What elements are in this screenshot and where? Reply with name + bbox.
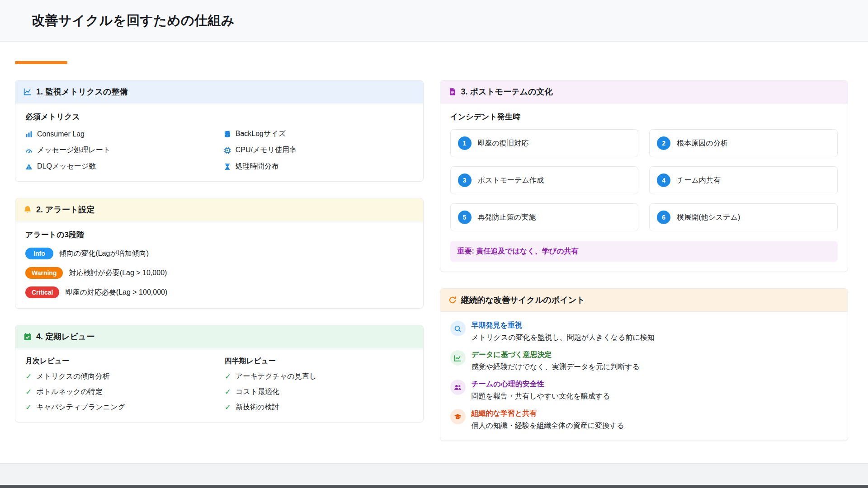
info-badge: Info	[25, 248, 53, 259]
calendar-check-icon	[24, 333, 32, 341]
step-item: 2 根本原因の分析	[649, 129, 838, 157]
right-column: 3. ポストモーテムの文化 インシデント発生時 1 即座の復旧対応 2 根本原因…	[440, 80, 849, 441]
metric-label: メッセージ処理レート	[37, 145, 110, 155]
metrics-card: 1. 監視メトリクスの整備 必須メトリクス Consumer Lag	[15, 80, 424, 182]
cpu-icon	[224, 147, 231, 154]
step-label: ポストモーテム作成	[478, 176, 544, 185]
cycle-point-desc: メトリクスの変化を監視し、問題が大きくなる前に検知	[472, 333, 655, 343]
card-title: 継続的な改善サイクルのポイント	[461, 295, 585, 305]
step-number: 6	[657, 211, 670, 224]
metric-label: Consumer Lag	[37, 130, 85, 138]
metric-label: DLQメッセージ数	[37, 162, 96, 171]
step-item: 4 チーム内共有	[649, 166, 838, 194]
quarterly-review-column: 四半期レビュー ✓ アーキテクチャの見直し ✓ コスト最適化	[225, 357, 413, 412]
speedometer-icon	[25, 147, 33, 154]
review-card-header: 4. 定期レビュー	[15, 325, 423, 348]
step-number: 1	[458, 136, 472, 150]
metric-label: BackLogサイズ	[236, 129, 286, 139]
cycle-points-card: 継続的な改善サイクルのポイント 早期発見を重視 メトリクスの変化を監視し、問題が…	[440, 288, 849, 441]
steps-grid: 1 即座の復旧対応 2 根本原因の分析 3 ポストモーテム作成	[450, 129, 838, 231]
review-item-label: ボトルネックの特定	[36, 387, 103, 397]
cycle-point-desc: 感覚や経験だけでなく、実測データを元に判断する	[472, 362, 640, 372]
card-title: 3. ポストモーテムの文化	[461, 86, 553, 97]
trend-chart-icon	[450, 350, 466, 366]
review-item-label: キャパシティプランニング	[36, 403, 125, 412]
cycle-point-text: 早期発見を重視 メトリクスの変化を監視し、問題が大きくなる前に検知	[472, 321, 655, 343]
step-item: 5 再発防止策の実施	[450, 203, 639, 231]
review-item: ✓ コスト最適化	[225, 387, 413, 397]
metrics-card-header: 1. 監視メトリクスの整備	[15, 80, 423, 103]
card-title: 1. 監視メトリクスの整備	[36, 86, 128, 97]
cycle-point: データに基づく意思決定 感覚や経験だけでなく、実測データを元に判断する	[450, 350, 838, 372]
review-item-label: 新技術の検討	[236, 403, 279, 412]
step-item: 6 横展開(他システム)	[649, 203, 838, 231]
search-icon	[450, 321, 466, 336]
cycle-point-desc: 問題を報告・共有しやすい文化を醸成する	[472, 392, 610, 401]
step-number: 4	[657, 174, 670, 187]
page-title: 改善サイクルを回すための仕組み	[32, 12, 235, 30]
bar-chart-icon	[25, 131, 33, 138]
check-icon: ✓	[225, 403, 231, 412]
review-item: ✓ 新技術の検討	[225, 403, 413, 412]
card-title: 2. アラート設定	[36, 204, 94, 215]
metric-item: メッセージ処理レート	[25, 145, 215, 155]
document-icon	[448, 88, 457, 96]
step-item: 3 ポストモーテム作成	[450, 166, 639, 194]
postmortem-note: 重要: 責任追及ではなく、学びの共有	[450, 241, 838, 262]
check-icon: ✓	[225, 387, 231, 397]
cycle-point-text: 組織的な学習と共有 個人の知識・経験を組織全体の資産に変換する	[472, 409, 624, 431]
metric-label: 処理時間分布	[236, 162, 279, 171]
cycle-point-title: チームの心理的安全性	[472, 380, 610, 389]
postmortem-card-header: 3. ポストモーテムの文化	[440, 80, 848, 103]
metric-item: Consumer Lag	[25, 129, 215, 139]
metrics-subtitle: 必須メトリクス	[25, 112, 413, 122]
step-label: 横展開(他システム)	[677, 213, 740, 222]
graduation-cap-icon	[450, 409, 466, 424]
warning-triangle-icon	[25, 163, 33, 170]
alert-text: 傾向の変化(Lagが増加傾向)	[59, 249, 149, 258]
step-number: 3	[458, 174, 472, 187]
monthly-review-column: 月次レビュー ✓ メトリクスの傾向分析 ✓ ボトルネックの特定	[25, 357, 214, 412]
hourglass-icon	[224, 163, 231, 170]
cycle-point-text: チームの心理的安全性 問題を報告・共有しやすい文化を醸成する	[472, 380, 610, 401]
cycle-card-header: 継続的な改善サイクルのポイント	[440, 289, 848, 312]
bell-icon	[24, 206, 32, 214]
critical-badge: Critical	[25, 286, 59, 298]
review-item: ✓ キャパシティプランニング	[25, 403, 214, 412]
metric-label: CPU/メモリ使用率	[236, 145, 297, 155]
step-label: 根本原因の分析	[677, 139, 727, 148]
cycle-point-title: データに基づく意思決定	[472, 350, 640, 360]
accent-bar	[15, 61, 67, 64]
page-footer	[0, 463, 868, 485]
cycle-point: チームの心理的安全性 問題を報告・共有しやすい文化を醸成する	[450, 380, 838, 401]
cycle-point-text: データに基づく意思決定 感覚や経験だけでなく、実測データを元に判断する	[472, 350, 640, 372]
review-grid: 月次レビュー ✓ メトリクスの傾向分析 ✓ ボトルネックの特定	[25, 357, 413, 412]
alerts-card-header: 2. アラート設定	[15, 198, 423, 221]
metric-grid: Consumer Lag BackLogサイズ	[25, 129, 413, 171]
metric-item: DLQメッセージ数	[25, 162, 215, 171]
metric-item: CPU/メモリ使用率	[224, 145, 413, 155]
alert-level-row: Critical 即座の対応必要(Lag > 100,000)	[25, 286, 413, 298]
alert-text: 即座の対応必要(Lag > 100,000)	[65, 288, 167, 297]
step-label: 即座の復旧対応	[478, 139, 528, 148]
card-title: 4. 定期レビュー	[36, 331, 94, 342]
review-card: 4. 定期レビュー 月次レビュー ✓ メトリクスの傾向分析	[15, 325, 424, 422]
metric-item: 処理時間分布	[224, 162, 413, 171]
postmortem-card: 3. ポストモーテムの文化 インシデント発生時 1 即座の復旧対応 2 根本原因…	[440, 80, 849, 272]
warning-badge: Warning	[25, 267, 63, 279]
left-column: 1. 監視メトリクスの整備 必須メトリクス Consumer Lag	[15, 80, 424, 422]
monthly-review-title: 月次レビュー	[25, 357, 214, 366]
check-icon: ✓	[25, 372, 32, 381]
postmortem-subtitle: インシデント発生時	[450, 112, 838, 122]
check-icon: ✓	[25, 387, 32, 397]
footer-edge	[0, 485, 868, 488]
database-icon	[224, 131, 231, 138]
alert-text: 対応検討が必要(Lag > 10,000)	[69, 268, 167, 278]
alert-level-row: Info 傾向の変化(Lagが増加傾向)	[25, 248, 413, 259]
page-header: 改善サイクルを回すための仕組み	[0, 0, 868, 42]
cycle-point: 組織的な学習と共有 個人の知識・経験を組織全体の資産に変換する	[450, 409, 838, 431]
refresh-icon	[448, 296, 457, 304]
content-area: 1. 監視メトリクスの整備 必須メトリクス Consumer Lag	[0, 42, 868, 463]
check-icon: ✓	[225, 372, 231, 381]
cycle-point: 早期発見を重視 メトリクスの変化を監視し、問題が大きくなる前に検知	[450, 321, 838, 343]
